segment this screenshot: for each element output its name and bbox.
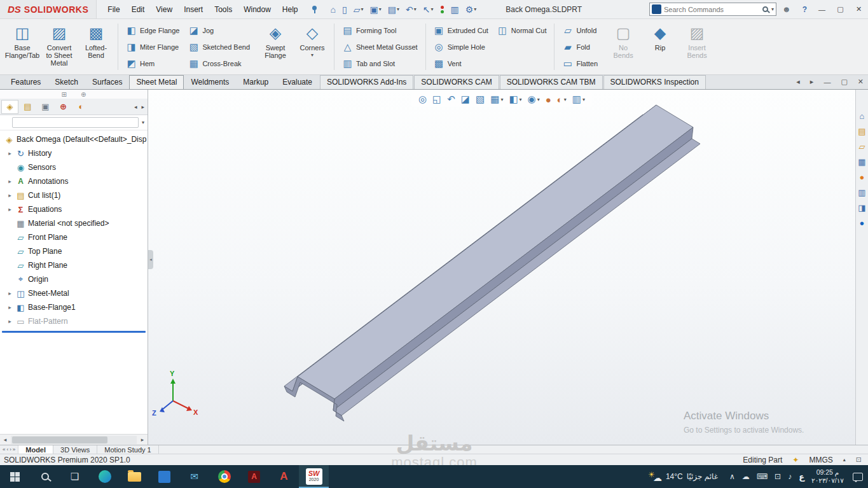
display-manager-tab[interactable]: ◐ [72, 100, 90, 114]
tree-item-base-flange1[interactable]: ▸ ◧ Base-Flange1 [0, 300, 148, 314]
file-explorer-app[interactable] [120, 465, 149, 488]
tab-features[interactable]: Features [4, 75, 48, 89]
menu-file[interactable]: File [102, 2, 125, 17]
edit-appearance-icon[interactable]: ● [545, 94, 552, 105]
autocad-app[interactable]: A [269, 465, 299, 488]
expand-arrow-icon[interactable]: ▸ [6, 150, 13, 157]
open-icon[interactable]: ▱▾ [351, 3, 366, 16]
expand-arrow-icon[interactable]: ▸ [6, 318, 13, 324]
tab-solidworks-add-ins[interactable]: SOLIDWORKS Add-Ins [320, 75, 413, 89]
tree-horizontal-scrollbar[interactable]: ◂ ▸ [0, 434, 148, 445]
tree-item-origin[interactable]: ⌖ Origin [0, 272, 148, 286]
rollback-bar[interactable] [2, 331, 146, 333]
tab-sketch[interactable]: Sketch [48, 75, 85, 89]
dynamic-annotation-views-icon[interactable]: ▧ [475, 94, 485, 105]
tab-model[interactable]: Model [18, 445, 53, 454]
cross-break-button[interactable]: ▦ Cross-Break [185, 56, 253, 71]
edge-flange-button[interactable]: ◧ Edge Flange [123, 23, 183, 38]
next-tab-icon[interactable]: › [10, 447, 11, 452]
tree-item-sensors[interactable]: ◉ Sensors [0, 160, 148, 174]
convert-to-sheet-metal-button[interactable]: ▨ Convert to Sheet Metal [41, 21, 78, 72]
tree-item-top-plane[interactable]: ▱ Top Plane [0, 244, 148, 258]
chevron-down-icon[interactable]: ▾ [311, 52, 313, 58]
display-style-icon[interactable]: ◧▾ [508, 94, 522, 105]
property-manager-tab[interactable]: ▤ [19, 100, 36, 114]
menu-view[interactable]: View [150, 2, 178, 17]
base-flange-button[interactable]: ◫ Base Flange/Tab [4, 21, 41, 72]
taskbar-clock[interactable]: 09:25 م ٢٠٢٣/٠٧/١٧ [811, 468, 844, 485]
custom-properties-icon[interactable]: ▥ [858, 188, 865, 197]
tab-and-slot-button[interactable]: ▥ Tab and Slot [339, 56, 421, 71]
close-button[interactable]: ✕ [850, 0, 868, 18]
forming-tool-button[interactable]: ▤ Forming Tool [339, 23, 421, 38]
miter-flange-button[interactable]: ◨ Miter Flange [123, 39, 183, 54]
rip-button[interactable]: ◆ Rip [642, 21, 679, 72]
tree-filter-input[interactable] [12, 117, 139, 128]
view-orientation-icon[interactable]: ▦▾ [490, 94, 504, 105]
chevron-down-icon[interactable]: ▾ [142, 120, 144, 125]
maximize-button[interactable]: ▢ [831, 0, 850, 18]
tree-item-history[interactable]: ▸ ↻ History [0, 146, 148, 160]
dimxpert-manager-tab[interactable]: ⊕ [55, 100, 72, 114]
scrollbar-thumb[interactable] [12, 436, 107, 443]
flatten-button[interactable]: ▭ Flatten [559, 56, 601, 71]
expand-arrow-icon[interactable]: ▸ [6, 178, 13, 185]
scroll-left-icon[interactable]: ◂ [0, 436, 10, 443]
hide-show-items-icon[interactable]: ◉▾ [527, 94, 541, 105]
units-selector[interactable]: MMGS [809, 456, 832, 464]
menu-insert[interactable]: Insert [178, 2, 209, 17]
panel-splitter-handle[interactable]: ◂ [148, 250, 153, 269]
tree-item-sheet-metal[interactable]: ▸ ◫ Sheet-Metal [0, 286, 148, 300]
touch-keyboard-icon[interactable]: ⌨ [757, 472, 768, 481]
pin-menu-icon[interactable] [310, 5, 318, 13]
view-palette-icon[interactable]: ▦ [858, 157, 865, 167]
design-library-icon[interactable]: ▤ [858, 127, 865, 136]
tab-surfaces[interactable]: Surfaces [85, 75, 129, 89]
viewport-canvas[interactable]: Y X Z [148, 90, 855, 445]
prev-tab-icon[interactable]: ‹ [6, 447, 8, 452]
menu-help[interactable]: Help [277, 2, 304, 17]
chrome-app[interactable] [209, 465, 239, 488]
tab-3d-views[interactable]: 3D Views [53, 445, 97, 454]
hidden-icons-chevron[interactable]: ∧ [729, 472, 735, 481]
extruded-cut-button[interactable]: ▣ Extruded Cut [431, 23, 492, 38]
zoom-to-fit-icon[interactable]: ◎ [418, 94, 427, 105]
tab-evaluate[interactable]: Evaluate [275, 75, 319, 89]
unfold-button[interactable]: ▱ Unfold [559, 23, 601, 38]
tree-item-flat-pattern[interactable]: ▸ ▭ Flat-Pattern [0, 314, 148, 328]
menu-tools[interactable]: Tools [209, 2, 238, 17]
fold-button[interactable]: ▰ Fold [559, 39, 601, 54]
lofted-bend-button[interactable]: ▩ Lofted-Bend [78, 21, 114, 72]
language-indicator[interactable]: ع [799, 472, 804, 482]
panel-tabs-right-icon[interactable]: ▸ [139, 104, 146, 110]
zoom-to-area-icon[interactable]: ◱ [432, 94, 442, 105]
home-icon[interactable]: ⌂ [328, 3, 338, 16]
file-explorer-icon[interactable]: ▱ [859, 142, 865, 151]
display-icon[interactable]: ⊡ [775, 472, 781, 481]
pane-right-icon[interactable]: ▸ [808, 77, 816, 87]
split-pane-icon[interactable]: ⊞ [62, 91, 67, 98]
configuration-manager-tab[interactable]: ▣ [37, 100, 54, 114]
tree-item-material[interactable]: ▦ Material <not specified> [0, 216, 148, 230]
edge-app[interactable] [90, 465, 120, 488]
tree-item-right-plane[interactable]: ▱ Right Plane [0, 258, 148, 272]
office-app[interactable] [149, 465, 179, 488]
start-button[interactable] [0, 465, 30, 488]
view-settings-icon[interactable]: ▥▾ [572, 94, 586, 105]
previous-view-icon[interactable]: ↶ [446, 94, 456, 105]
scroll-right-icon[interactable]: ▸ [137, 436, 148, 443]
menu-edit[interactable]: Edit [126, 2, 151, 17]
command-search[interactable]: ▾ [649, 3, 776, 16]
select-cursor-icon[interactable]: ↖▾ [420, 3, 436, 16]
tab-solidworks-cam[interactable]: SOLIDWORKS CAM [414, 75, 499, 89]
help-icon[interactable]: ? [797, 5, 813, 14]
doc-minimize-icon[interactable]: — [822, 78, 832, 87]
tree-item-front-plane[interactable]: ▱ Front Plane [0, 230, 148, 244]
units-caret-icon[interactable]: ▴ [843, 457, 846, 463]
onedrive-icon[interactable]: ☁ [742, 472, 750, 481]
apply-scene-icon[interactable]: ◐▾ [556, 94, 567, 105]
3dexperience-icon[interactable]: ● [860, 218, 865, 228]
doc-restore-icon[interactable]: ▢ [839, 77, 849, 87]
last-tab-icon[interactable]: » [13, 447, 15, 452]
graphics-viewport[interactable]: Y X Z ◎ ◱ ↶ ◪ ▧ ▦▾ ◧▾ ◉▾ ● ◐▾ [148, 90, 855, 445]
